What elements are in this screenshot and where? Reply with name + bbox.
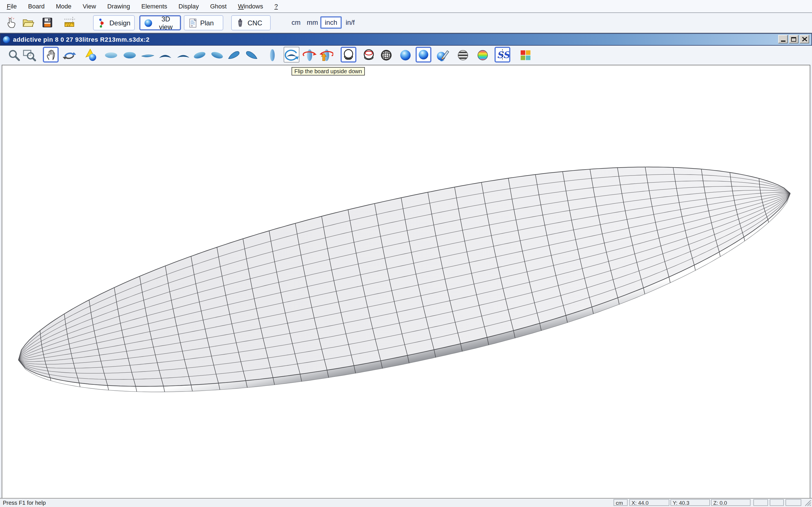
rotate-view-tool-icon[interactable] bbox=[62, 48, 77, 62]
design-mode-button[interactable]: Design bbox=[93, 15, 135, 31]
tooltip: Flip the board upside down bbox=[292, 67, 365, 75]
zoom-window-tool-icon[interactable] bbox=[22, 48, 37, 62]
sphere-icon bbox=[144, 18, 153, 28]
3d-view-label: 3D view bbox=[155, 15, 176, 31]
view-side-profile-icon[interactable] bbox=[140, 48, 155, 62]
view-front-tail-icon[interactable] bbox=[176, 48, 191, 62]
maximize-icon bbox=[791, 37, 796, 41]
resize-grip[interactable] bbox=[804, 499, 811, 506]
status-empty-1 bbox=[753, 499, 768, 506]
application-window: FileBoardModeViewDrawingElementsDisplayG… bbox=[0, 0, 812, 507]
display-wireframe-sections-icon[interactable] bbox=[361, 48, 376, 62]
design-nodes-icon bbox=[97, 18, 107, 28]
status-x-coordinate: X: 44.0 bbox=[629, 499, 669, 506]
view-top-bottom-icon[interactable] bbox=[122, 48, 137, 62]
cnc-label: CNC bbox=[248, 19, 262, 27]
open-file-icon[interactable] bbox=[21, 16, 35, 29]
view-perspective-deck-right-icon[interactable] bbox=[210, 48, 224, 62]
menu-item-file[interactable]: File bbox=[1, 1, 22, 11]
save-file-icon[interactable] bbox=[41, 16, 54, 29]
menu-item-ghost[interactable]: Ghost bbox=[204, 1, 232, 11]
menu-item-view[interactable]: View bbox=[77, 1, 101, 11]
menu-item-drawing[interactable]: Drawing bbox=[102, 1, 136, 11]
ruler-dimensions-icon[interactable]: 1 0 bbox=[63, 16, 77, 29]
display-solid-icon[interactable] bbox=[398, 48, 413, 62]
cnc-router-bit-icon bbox=[235, 18, 245, 28]
rotate-board-left-icon[interactable] bbox=[302, 48, 317, 62]
plan-mode-button[interactable]: 99 Plan bbox=[184, 15, 223, 31]
menu-bar: FileBoardModeViewDrawingElementsDisplayG… bbox=[0, 0, 812, 13]
view-perspective-rail-right-icon[interactable] bbox=[244, 48, 259, 62]
menu-item-mode[interactable]: Mode bbox=[50, 1, 77, 11]
zoom-in-tool-icon[interactable] bbox=[7, 48, 21, 62]
document-sphere-icon bbox=[2, 35, 11, 44]
close-icon bbox=[802, 37, 807, 42]
display-color-panels-icon[interactable] bbox=[518, 48, 533, 62]
status-y-coordinate: Y: 40.3 bbox=[670, 499, 710, 506]
unit-in-f[interactable]: in/f bbox=[342, 17, 359, 27]
maximize-button[interactable] bbox=[789, 35, 799, 43]
display-shaded-icon[interactable] bbox=[416, 47, 432, 62]
view-toolbar: SS bbox=[0, 46, 812, 65]
surfboard-3d-model bbox=[2, 65, 810, 500]
plan-document-icon: 99 bbox=[188, 18, 198, 28]
display-net-icon[interactable] bbox=[379, 48, 394, 62]
rotate-board-right-icon[interactable] bbox=[319, 48, 333, 62]
minimize-icon bbox=[781, 41, 785, 42]
display-wireframe-icon[interactable] bbox=[341, 47, 356, 62]
3d-canvas[interactable]: Flip the board upside down bbox=[2, 65, 810, 501]
close-button[interactable] bbox=[800, 35, 809, 43]
display-contours-rainbow-icon[interactable] bbox=[475, 48, 490, 62]
unit-inch[interactable]: inch bbox=[320, 16, 342, 29]
status-help-text: Press F1 for help bbox=[3, 500, 46, 506]
unit-mm[interactable]: mm bbox=[305, 17, 320, 27]
main-toolbar: 1 0 Design 3D view 99 Plan CNC cmmminchi… bbox=[0, 13, 812, 33]
status-empty-2 bbox=[770, 499, 784, 506]
status-empty-3 bbox=[785, 499, 801, 506]
pointer-tool-icon[interactable] bbox=[4, 16, 18, 29]
cnc-mode-button[interactable]: CNC bbox=[231, 15, 271, 31]
display-painted-icon[interactable] bbox=[435, 48, 449, 62]
status-z-coordinate: Z: 0.0 bbox=[711, 499, 751, 506]
view-perspective-rail-left-icon[interactable] bbox=[227, 48, 241, 62]
status-bar: Press F1 for help cm X: 44.0 Y: 40.3 Z: … bbox=[0, 498, 812, 507]
menu-item-windows[interactable]: Windows bbox=[232, 1, 269, 11]
menu-item-help[interactable]: ? bbox=[269, 1, 283, 11]
svg-text:1 0: 1 0 bbox=[67, 24, 70, 27]
minimize-button[interactable] bbox=[778, 35, 788, 43]
window-controls bbox=[778, 35, 809, 43]
view-front-nose-icon[interactable] bbox=[158, 48, 172, 62]
document-title: addictive pin 8 0 27 93litres R213mm.s3d… bbox=[13, 36, 149, 43]
view-end-on-icon[interactable] bbox=[265, 48, 280, 62]
view-perspective-deck-left-icon[interactable] bbox=[192, 48, 207, 62]
view-top-deck-icon[interactable] bbox=[104, 48, 118, 62]
pan-hand-tool-icon[interactable] bbox=[43, 47, 59, 62]
svg-text:99: 99 bbox=[191, 24, 193, 26]
design-label: Design bbox=[109, 19, 131, 27]
status-unit: cm bbox=[613, 499, 627, 506]
flip-board-icon[interactable] bbox=[284, 47, 299, 62]
menu-item-display[interactable]: Display bbox=[173, 1, 204, 11]
toggle-symmetry-icon[interactable]: SS bbox=[495, 47, 510, 62]
menu-item-elements[interactable]: Elements bbox=[136, 1, 173, 11]
menu-item-board[interactable]: Board bbox=[22, 1, 50, 11]
plan-label: Plan bbox=[200, 19, 214, 27]
display-contours-gray-icon[interactable] bbox=[456, 48, 470, 62]
svg-text:S: S bbox=[503, 50, 509, 60]
render-light-tool-icon[interactable] bbox=[84, 48, 98, 62]
3d-view-mode-button[interactable]: 3D view bbox=[139, 15, 181, 31]
unit-cm[interactable]: cm bbox=[289, 17, 303, 27]
document-title-bar[interactable]: addictive pin 8 0 27 93litres R213mm.s3d… bbox=[0, 33, 812, 46]
